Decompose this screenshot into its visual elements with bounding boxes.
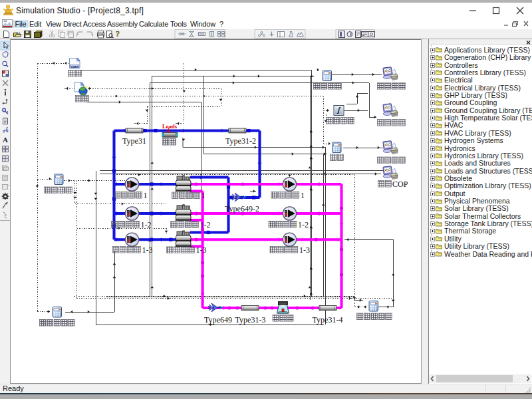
svg-text:1-3: 1-3 <box>299 245 310 255</box>
svg-text:Type649-2: Type649-2 <box>225 204 259 213</box>
svg-text:Loads: Loads <box>162 123 178 130</box>
svg-text:Type31-4: Type31-4 <box>313 315 343 325</box>
svg-text:Type31-2: Type31-2 <box>225 136 256 146</box>
svg-text:Type649: Type649 <box>204 315 232 325</box>
svg-text:1: 1 <box>301 191 305 200</box>
svg-text:Type31: Type31 <box>122 136 146 146</box>
svg-text:A: A <box>3 136 8 144</box>
svg-text:COP: COP <box>392 180 408 189</box>
svg-text:1-2: 1-2 <box>298 220 309 229</box>
svg-text:1: 1 <box>201 191 205 200</box>
svg-text:1-2: 1-2 <box>200 220 211 229</box>
svg-text:1-3: 1-3 <box>196 245 207 255</box>
svg-text:1-2: 1-2 <box>141 220 152 229</box>
svg-text:USER: USER <box>71 65 78 68</box>
svg-text:1-3: 1-3 <box>142 245 153 255</box>
svg-text:?: ? <box>116 29 120 39</box>
svg-text:1: 1 <box>144 191 148 200</box>
svg-text:Type31-3: Type31-3 <box>235 315 266 325</box>
